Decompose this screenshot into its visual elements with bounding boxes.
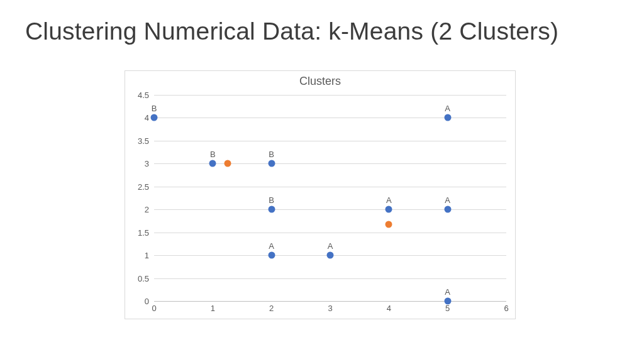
gridline-h <box>154 141 506 141</box>
gridline-h <box>154 187 506 187</box>
gridline-h <box>154 95 506 96</box>
data-point <box>151 114 158 121</box>
data-label: B <box>269 195 274 205</box>
gridline-h <box>154 163 506 164</box>
y-tick-label: 0.5 <box>138 273 154 283</box>
data-point <box>268 160 275 167</box>
centroid-point <box>386 221 392 228</box>
data-point <box>444 114 451 121</box>
x-tick-label: 1 <box>211 301 215 313</box>
data-label: B <box>152 104 157 113</box>
gridline-h <box>154 278 506 279</box>
data-label: A <box>386 195 392 205</box>
gridline-h <box>154 233 506 233</box>
chart-area: Clusters 00.511.522.533.544.50123456BBBB… <box>125 70 516 319</box>
data-label: B <box>269 150 274 159</box>
x-tick-label: 3 <box>328 301 332 313</box>
x-tick-label: 2 <box>269 301 274 313</box>
data-point <box>268 252 275 259</box>
data-point <box>268 206 275 213</box>
y-tick-label: 3 <box>145 159 154 168</box>
data-point <box>444 298 451 305</box>
x-tick-label: 4 <box>387 301 391 313</box>
data-label: A <box>445 287 450 297</box>
x-tick-label: 0 <box>152 301 156 313</box>
gridline-h <box>154 118 506 118</box>
chart-title: Clusters <box>125 75 515 88</box>
data-point <box>209 160 216 167</box>
data-label: A <box>269 241 274 251</box>
plot-area: 00.511.522.533.544.50123456BBBBAAAAAA <box>154 95 506 301</box>
data-label: A <box>445 195 450 205</box>
data-point <box>444 206 451 213</box>
page-title: Clustering Numerical Data: k-Means (2 Cl… <box>25 18 558 45</box>
data-label: A <box>445 104 450 113</box>
y-tick-label: 2.5 <box>138 182 154 191</box>
y-tick-label: 1.5 <box>138 228 154 237</box>
x-tick-label: 6 <box>504 301 508 313</box>
y-tick-label: 3.5 <box>138 136 154 145</box>
y-tick-label: 2 <box>145 205 154 214</box>
data-point <box>386 206 392 213</box>
gridline-h <box>154 209 506 210</box>
data-label: A <box>328 241 333 251</box>
data-label: B <box>210 150 216 159</box>
centroid-point <box>224 160 231 167</box>
data-point <box>327 252 334 259</box>
y-tick-label: 1 <box>145 251 154 260</box>
y-tick-label: 4.5 <box>138 90 154 100</box>
